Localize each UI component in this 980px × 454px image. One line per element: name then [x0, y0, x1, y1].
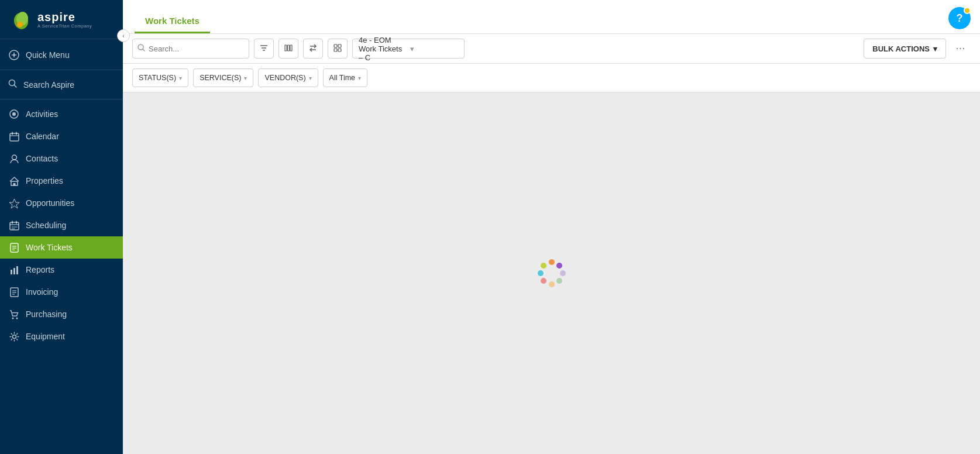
filter-button[interactable] — [254, 39, 274, 59]
filter-time[interactable]: All Time ▾ — [323, 68, 367, 87]
sidebar-item-contacts[interactable]: Contacts — [0, 147, 123, 170]
collapse-icon: ‹ — [122, 33, 124, 39]
group-icon — [333, 44, 342, 54]
topbar: Work Tickets ? — [123, 0, 980, 34]
sidebar-item-reports[interactable]: Reports — [0, 259, 123, 281]
view-selector-label: 4e - EOM Work Tickets – C — [359, 36, 407, 62]
svg-line-7 — [15, 85, 17, 88]
filters-bar: STATUS(S) ▾ SERVICE(S) ▾ VENDOR(S) ▾ All… — [123, 64, 980, 92]
sidebar-top-actions: Quick Menu Search Aspire — [0, 39, 123, 103]
main-content: Work Tickets ? — [123, 0, 980, 454]
purchasing-label: Purchasing — [26, 309, 67, 319]
work-tickets-label: Work Tickets — [26, 243, 73, 252]
sidebar-item-quick-menu[interactable]: Quick Menu — [0, 44, 123, 66]
svg-rect-16 — [13, 183, 15, 185]
tab-work-tickets[interactable]: Work Tickets — [135, 8, 210, 33]
logo-sub: A ServiceTitan Company — [37, 23, 92, 29]
properties-icon — [8, 175, 20, 187]
sidebar-item-invoicing[interactable]: Invoicing — [0, 281, 123, 303]
calendar-icon — [8, 130, 20, 142]
invoicing-icon — [8, 286, 20, 298]
spinner-dot — [556, 263, 562, 269]
sidebar-item-calendar[interactable]: Calendar — [0, 125, 123, 147]
sidebar-item-search-aspire[interactable]: Search Aspire — [0, 74, 123, 95]
filter-status-label: STATUS(S) — [139, 74, 176, 82]
sidebar-item-activities[interactable]: Activities — [0, 103, 123, 125]
svg-rect-10 — [10, 133, 19, 141]
sidebar-nav: Activities Calendar Contacts — [0, 103, 123, 348]
svg-rect-28 — [11, 270, 12, 274]
svg-rect-45 — [290, 45, 292, 51]
filter-status[interactable]: STATUS(S) ▾ — [132, 68, 188, 87]
topbar-right: ? — [948, 7, 971, 29]
group-button[interactable] — [328, 39, 348, 59]
activities-label: Activities — [26, 109, 58, 119]
sidebar-collapse-button[interactable]: ‹ — [117, 29, 130, 42]
reports-label: Reports — [26, 265, 54, 274]
equipment-label: Equipment — [26, 332, 65, 341]
search-icon — [137, 44, 145, 53]
svg-point-37 — [12, 335, 16, 338]
filter-vendor-chevron: ▾ — [309, 75, 312, 81]
svg-rect-50 — [334, 49, 337, 51]
sort-button[interactable] — [303, 39, 323, 59]
search-aspire-label: Search Aspire — [23, 80, 74, 90]
columns-button[interactable] — [278, 39, 298, 59]
sidebar-item-opportunities[interactable]: Opportunities — [0, 192, 123, 214]
toolbar: 4e - EOM Work Tickets – C ▾ BULK ACTIONS… — [123, 34, 980, 64]
view-selector[interactable]: 4e - EOM Work Tickets – C ▾ — [352, 39, 465, 59]
svg-point-14 — [12, 155, 16, 160]
notification-dot — [964, 7, 971, 14]
sidebar-item-properties[interactable]: Properties — [0, 170, 123, 192]
opportunities-label: Opportunities — [26, 198, 74, 208]
spinner-dot — [549, 281, 555, 287]
search-aspire-icon — [8, 79, 18, 90]
spinner-dot — [549, 259, 555, 265]
view-selector-chevron: ▾ — [410, 44, 458, 53]
quick-menu-label: Quick Menu — [26, 50, 70, 60]
quick-menu-icon — [8, 49, 20, 61]
activities-icon — [8, 108, 20, 120]
svg-line-39 — [143, 49, 145, 51]
spinner-dot — [538, 270, 544, 276]
svg-point-35 — [12, 317, 13, 319]
logo-name: aspire — [37, 11, 92, 23]
filter-status-chevron: ▾ — [179, 75, 182, 81]
equipment-icon — [8, 331, 20, 342]
help-button[interactable]: ? — [948, 7, 971, 29]
sidebar-item-work-tickets[interactable]: Work Tickets — [0, 236, 123, 259]
svg-rect-51 — [338, 49, 341, 51]
help-label: ? — [957, 12, 963, 25]
calendar-label: Calendar — [26, 132, 59, 141]
contacts-icon — [8, 153, 20, 164]
filter-icon — [260, 44, 268, 54]
svg-rect-30 — [16, 266, 18, 274]
svg-point-2 — [17, 22, 23, 27]
filter-vendor[interactable]: VENDOR(S) ▾ — [258, 68, 318, 87]
sidebar-item-scheduling[interactable]: Scheduling — [0, 214, 123, 236]
invoicing-label: Invoicing — [26, 287, 58, 297]
filter-service[interactable]: SERVICE(S) ▾ — [193, 68, 253, 87]
logo-text: aspire A ServiceTitan Company — [37, 11, 92, 29]
bulk-actions-chevron: ▾ — [933, 44, 937, 53]
svg-marker-17 — [9, 199, 19, 208]
spinner-dot — [541, 263, 546, 269]
filter-service-chevron: ▾ — [244, 75, 247, 81]
opportunities-icon — [8, 197, 20, 209]
scheduling-icon — [8, 219, 20, 231]
search-input[interactable] — [149, 44, 244, 53]
content-area — [123, 92, 980, 454]
more-options-icon: ··· — [956, 43, 965, 54]
more-options-button[interactable]: ··· — [951, 39, 971, 59]
sidebar-item-purchasing[interactable]: Purchasing — [0, 303, 123, 325]
svg-point-36 — [16, 317, 18, 319]
filter-vendor-label: VENDOR(S) — [264, 74, 305, 82]
search-box[interactable] — [132, 39, 249, 59]
properties-label: Properties — [26, 176, 63, 185]
bulk-actions-button[interactable]: BULK ACTIONS ▾ — [864, 39, 946, 59]
filter-service-label: SERVICE(S) — [200, 74, 241, 82]
logo-area: aspire A ServiceTitan Company — [0, 0, 123, 39]
sort-icon — [309, 44, 317, 54]
sidebar-item-equipment[interactable]: Equipment — [0, 325, 123, 348]
sidebar: aspire A ServiceTitan Company ‹ Quick Me… — [0, 0, 123, 454]
